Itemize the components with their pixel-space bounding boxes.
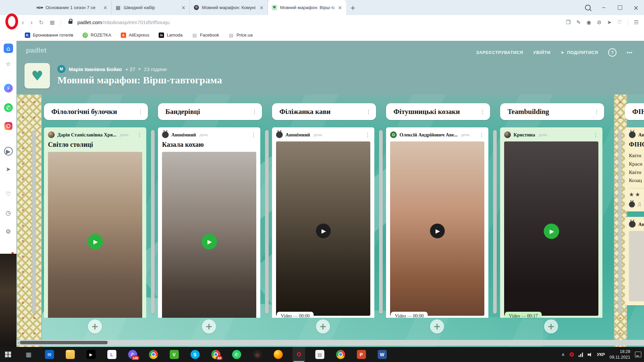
video-thumbnail[interactable]: ▶ — [162, 152, 256, 318]
search-icon[interactable] — [580, 0, 596, 15]
instagram-icon[interactable] — [0, 122, 16, 130]
column-header[interactable]: Бандерівці ⋮ — [158, 103, 262, 120]
taskbar-media-player[interactable]: ▶ — [85, 347, 97, 362]
padlet-logo[interactable]: padlet — [26, 46, 47, 54]
close-tab-icon[interactable]: × — [259, 5, 264, 11]
adblock-shield-icon[interactable]: ⊘ — [597, 19, 601, 25]
bookmarks-star-icon[interactable]: ☆ — [0, 60, 16, 67]
author-avatar[interactable]: M — [57, 65, 65, 73]
taskbar-word[interactable]: W — [376, 347, 388, 362]
attachment-image[interactable] — [629, 231, 644, 301]
forward-icon[interactable]: › — [30, 18, 33, 26]
add-post-button[interactable]: + — [430, 319, 444, 334]
favorites-heart-icon[interactable]: ♡ — [0, 190, 16, 197]
column-scrollbar[interactable] — [493, 130, 497, 314]
column-menu-icon[interactable]: ⋮ — [138, 109, 143, 115]
action-center-icon[interactable] — [635, 352, 641, 357]
back-icon[interactable]: ‹ — [21, 18, 24, 26]
tray-expand-icon[interactable]: ∧ — [561, 352, 565, 357]
close-window-button[interactable]: × — [628, 0, 644, 15]
author-name[interactable]: Марія Іванівна Бойко — [69, 66, 122, 72]
tab-video[interactable]: HD▶ Основание 1 сезон 7 се × — [34, 0, 112, 15]
bookmark-booking[interactable]: B.Бронювання готелів — [25, 33, 73, 38]
taskbar-app-window[interactable]: ▦ — [22, 347, 35, 362]
opera-menu-button[interactable] — [5, 13, 18, 29]
flow-icon[interactable]: ➤ — [607, 19, 611, 25]
video-thumbnail[interactable]: ▶ — [276, 141, 370, 316]
play-button[interactable]: ▶ — [88, 234, 103, 249]
tab-speed-dial[interactable]: ▦ Швидкий набір × — [112, 0, 190, 15]
more-options-button[interactable]: ••• — [627, 50, 633, 55]
reading-list-icon[interactable]: ❐ — [566, 19, 571, 25]
post-card[interactable]: Анонімний день ⋮ Казала кохаю ▶ — [158, 127, 260, 318]
bookmark-rozetka[interactable]: ☺ROZETKA — [83, 33, 111, 38]
close-tab-icon[interactable]: × — [102, 5, 108, 11]
board-avatar[interactable]: ♥ — [24, 63, 50, 88]
play-button[interactable]: ▶ — [202, 234, 217, 249]
taskbar-skype[interactable]: S — [189, 347, 201, 362]
snapshot-icon[interactable]: ◉ — [587, 19, 591, 25]
column-header[interactable]: Філологічні булочки ⋮ — [44, 103, 148, 120]
comment-text[interactable]: Д — [638, 202, 641, 207]
column-header[interactable]: ФІН — [625, 103, 644, 120]
post-card[interactable]: Дарія Станіславівна Хря... день ⋮ Світло… — [44, 127, 146, 318]
bookmark-heart-icon[interactable]: ♡ — [617, 19, 622, 25]
add-post-button[interactable]: + — [202, 319, 216, 334]
add-post-button[interactable]: + — [316, 319, 330, 334]
post-menu-icon[interactable]: ⋮ — [593, 132, 598, 138]
taskbar-chrome-profile[interactable]: 94 — [209, 347, 222, 362]
language-indicator[interactable]: УКР — [597, 352, 605, 357]
play-button[interactable]: ▶ — [316, 224, 331, 238]
close-tab-icon[interactable]: × — [180, 5, 186, 11]
column-menu-icon[interactable]: ⋮ — [366, 109, 371, 115]
column-scrollbar[interactable] — [618, 130, 622, 314]
video-thumbnail[interactable]: ▶ — [390, 141, 484, 316]
help-button[interactable]: ? — [608, 48, 616, 57]
speed-dial-home-icon[interactable]: ⌂ — [0, 44, 16, 53]
bookmark-lamoda[interactable]: laLamoda — [159, 33, 182, 38]
reload-icon[interactable]: ↻ — [39, 19, 44, 26]
post-card[interactable]: Кристина день ⋮ ▶ — [500, 127, 602, 318]
post-menu-icon[interactable]: ⋮ — [137, 132, 142, 138]
history-icon[interactable]: ◷ — [0, 209, 16, 216]
bookmark-priceua[interactable]: ▤Price.ua — [228, 33, 253, 38]
bookmark-aliexpress[interactable]: aAliExpress — [121, 33, 149, 38]
close-tab-icon[interactable]: × — [337, 5, 343, 11]
column-scrollbar[interactable] — [379, 130, 383, 314]
messenger-icon[interactable]: ⚡ — [0, 84, 16, 93]
start-button[interactable] — [0, 347, 16, 362]
tray-opera-icon[interactable] — [570, 352, 574, 357]
taskbar-green-app[interactable]: V — [168, 347, 180, 362]
horizontal-scrollbar[interactable]: ‹ — [16, 340, 644, 346]
taskbar-lightshot[interactable]: L — [105, 347, 118, 362]
login-button[interactable]: УВІЙТИ — [533, 50, 550, 55]
settings-gear-icon[interactable]: ⚙ — [0, 228, 16, 235]
share-button[interactable]: ➤ПОДІЛИТИСЯ — [560, 50, 598, 55]
add-post-button[interactable]: + — [88, 319, 102, 334]
post-menu-icon[interactable]: ⋮ — [479, 132, 484, 138]
column-menu-icon[interactable]: ⋮ — [252, 109, 257, 115]
flow-send-icon[interactable]: ➤ — [0, 166, 16, 173]
taskbar-document[interactable]: ▤ — [313, 347, 326, 362]
pin-icon[interactable]: ✎ — [576, 19, 581, 25]
video-thumbnail[interactable]: ▶ — [504, 141, 598, 316]
taskbar-firefox[interactable] — [272, 347, 284, 362]
tab-padlet-virsh[interactable]: ♥ Мовний марафон: Вірш-та × — [268, 0, 346, 15]
clock[interactable]: 18:28 09.11.2021 — [609, 349, 630, 360]
taskbar-browser-app[interactable] — [334, 347, 347, 362]
add-post-button[interactable]: + — [544, 319, 558, 334]
taskbar-chrome[interactable] — [147, 347, 160, 362]
column-scrollbar[interactable] — [265, 130, 269, 314]
column-header[interactable]: Фітушницькі козаки ⋮ — [386, 103, 490, 120]
easy-setup-icon[interactable]: ☴ — [634, 19, 639, 25]
scrollbar-thumb[interactable] — [20, 341, 108, 344]
volume-icon[interactable] — [588, 352, 592, 357]
taskbar-powerpoint[interactable]: P — [355, 347, 368, 362]
bookmark-facebook[interactable]: ▤Facebook — [192, 33, 219, 38]
taskbar-dark-browser[interactable]: ◎ — [251, 347, 264, 362]
column-menu-icon[interactable]: ⋮ — [480, 109, 485, 115]
column-scrollbar[interactable] — [151, 130, 155, 314]
new-tab-button[interactable]: + — [346, 0, 360, 15]
video-thumbnail[interactable]: ▶ — [48, 152, 142, 318]
post-menu-icon[interactable]: ⋮ — [251, 132, 256, 138]
